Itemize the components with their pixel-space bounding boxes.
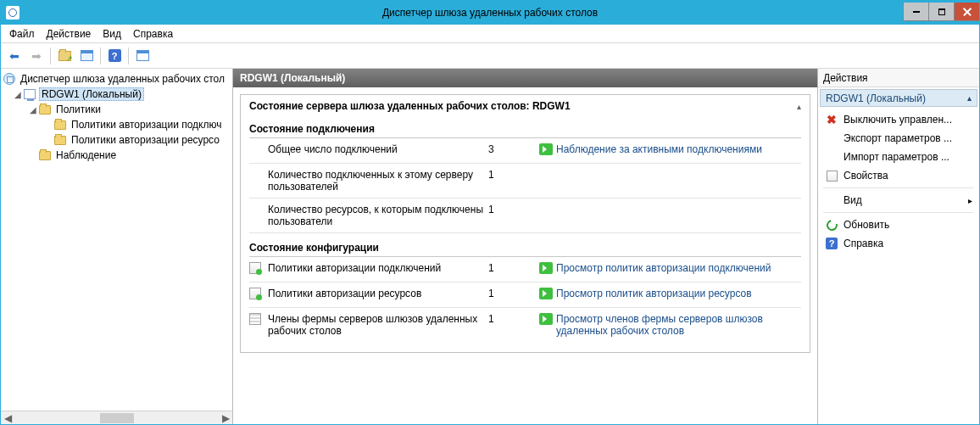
scroll-left-icon[interactable]: ◀	[2, 412, 14, 424]
policy-icon	[249, 262, 261, 274]
menu-action[interactable]: Действие	[42, 26, 97, 42]
status-panel: Состояние сервера шлюза удаленных рабочи…	[240, 94, 810, 353]
help-button[interactable]: ?	[104, 46, 125, 66]
server-farm-icon	[249, 313, 261, 325]
status-row: Количество подключенных к этому серверу …	[249, 164, 801, 199]
toolbar-separator	[50, 48, 51, 64]
toolbar: ⬅ ➡ ↗ ?	[1, 43, 979, 69]
horizontal-scrollbar[interactable]: ◀ ▶	[1, 411, 232, 424]
nav-back-button[interactable]: ⬅	[4, 46, 25, 66]
row-link[interactable]: Наблюдение за активными подключениями	[556, 143, 801, 155]
folder-open-icon: ↗	[58, 51, 71, 61]
actions-list: ✖ Выключить управлен... Экспорт параметр…	[818, 109, 979, 254]
center-header: RDGW1 (Локальный)	[233, 69, 817, 87]
properties-icon	[136, 50, 149, 61]
toolbar-separator	[100, 48, 101, 64]
titlebar[interactable]: Диспетчер шлюза удаленных рабочих столов	[1, 1, 979, 25]
x-icon: ✖	[825, 113, 838, 126]
section-connection-state: Состояние подключения	[249, 118, 801, 138]
tree-monitoring-node[interactable]: Наблюдение	[1, 148, 232, 163]
status-row: Члены фермы серверов шлюзов удаленных ра…	[249, 308, 801, 342]
layout-icon	[81, 50, 93, 61]
scroll-right-icon[interactable]: ▶	[220, 412, 231, 424]
row-value: 1	[488, 313, 539, 325]
row-label: Члены фермы серверов шлюзов удаленных ра…	[268, 313, 488, 337]
menu-file[interactable]: Файл	[4, 26, 40, 42]
help-icon: ?	[109, 49, 121, 62]
app-window: Диспетчер шлюза удаленных рабочих столов…	[0, 0, 980, 425]
actions-pane: Действия RDGW1 (Локальный) ▴ ✖ Выключить…	[818, 69, 979, 424]
row-value: 1	[488, 169, 539, 181]
row-value: 3	[488, 143, 539, 155]
expand-toggle[interactable]: ◢	[28, 105, 38, 115]
scroll-thumb[interactable]	[100, 413, 134, 423]
tree-pane: Диспетчер шлюза удаленных рабочих стол ◢…	[1, 69, 233, 424]
tree-cap-node[interactable]: Политики авторизации подключ	[1, 117, 232, 132]
arrow-right-icon: ➡	[31, 49, 42, 63]
status-title: Состояние сервера шлюза удаленных рабочи…	[249, 100, 571, 112]
refresh-icon	[824, 217, 839, 232]
help-icon: ?	[826, 238, 838, 249]
show-tree-button[interactable]	[76, 46, 97, 66]
row-label: Политики авторизации подключений	[268, 262, 488, 274]
row-link[interactable]: Просмотр политик авторизации подключений	[556, 262, 801, 274]
status-row: Политики авторизации подключений 1 Просм…	[249, 257, 801, 282]
menu-view[interactable]: Вид	[97, 26, 126, 42]
folder-icon	[39, 105, 51, 115]
row-label: Политики авторизации ресурсов	[268, 288, 488, 299]
collapse-icon: ▴	[967, 93, 972, 103]
root-icon	[3, 73, 15, 85]
properties-button[interactable]	[132, 46, 153, 66]
folder-icon	[54, 136, 66, 145]
row-link[interactable]: Просмотр членов фермы серверов шлюзов уд…	[556, 313, 801, 337]
action-view[interactable]: Вид	[820, 191, 977, 210]
policy-icon	[249, 288, 261, 299]
section-config-state: Состояние конфигурации	[249, 237, 801, 257]
window-title: Диспетчер шлюза удаленных рабочих столов	[1, 7, 979, 19]
actions-context[interactable]: RDGW1 (Локальный) ▴	[820, 89, 977, 107]
collapse-toggle[interactable]: ▴	[797, 102, 801, 111]
menubar: Файл Действие Вид Справка	[1, 25, 979, 43]
server-icon	[24, 89, 36, 99]
status-row: Общее число подключений 3 Наблюдение за …	[249, 138, 801, 164]
action-disable-management[interactable]: ✖ Выключить управлен...	[820, 110, 977, 129]
expand-toggle[interactable]: ◢	[13, 90, 23, 99]
action-properties[interactable]: Свойства	[820, 166, 977, 185]
open-folder-button[interactable]: ↗	[54, 46, 75, 66]
row-value: 1	[488, 204, 539, 215]
tree-server-node[interactable]: ◢ RDGW1 (Локальный)	[1, 87, 232, 102]
properties-icon	[827, 171, 838, 182]
goto-icon	[539, 143, 553, 155]
row-label: Количество подключенных к этому серверу …	[268, 169, 488, 193]
action-help[interactable]: ? Справка	[820, 234, 977, 253]
separator	[823, 187, 974, 188]
row-value: 1	[488, 262, 539, 274]
action-import-settings[interactable]: Импорт параметров ...	[820, 148, 977, 166]
goto-icon	[539, 288, 553, 299]
tree-root[interactable]: Диспетчер шлюза удаленных рабочих стол	[1, 71, 232, 87]
separator	[823, 212, 974, 213]
action-export-settings[interactable]: Экспорт параметров ...	[820, 129, 977, 148]
center-pane: RDGW1 (Локальный) Состояние сервера шлюз…	[233, 69, 818, 424]
goto-icon	[539, 313, 553, 325]
nav-forward-button[interactable]: ➡	[26, 46, 47, 66]
tree[interactable]: Диспетчер шлюза удаленных рабочих стол ◢…	[1, 69, 232, 411]
toolbar-separator	[128, 48, 129, 64]
menu-help[interactable]: Справка	[128, 26, 178, 42]
actions-header: Действия	[818, 69, 979, 87]
folder-icon	[39, 151, 51, 160]
arrow-left-icon: ⬅	[9, 49, 19, 63]
status-row: Политики авторизации ресурсов 1 Просмотр…	[249, 282, 801, 308]
action-refresh[interactable]: Обновить	[820, 215, 977, 234]
folder-icon	[54, 120, 66, 130]
tree-rap-node[interactable]: Политики авторизации ресурсо	[1, 132, 232, 148]
goto-icon	[539, 262, 553, 274]
row-link[interactable]: Просмотр политик авторизации ресурсов	[556, 288, 801, 299]
row-label: Количество ресурсов, к которым подключен…	[268, 204, 488, 227]
content-area: Диспетчер шлюза удаленных рабочих стол ◢…	[1, 69, 979, 424]
row-label: Общее число подключений	[268, 143, 488, 155]
tree-policies-node[interactable]: ◢ Политики	[1, 102, 232, 117]
row-value: 1	[488, 288, 539, 299]
status-row: Количество ресурсов, к которым подключен…	[249, 199, 801, 233]
